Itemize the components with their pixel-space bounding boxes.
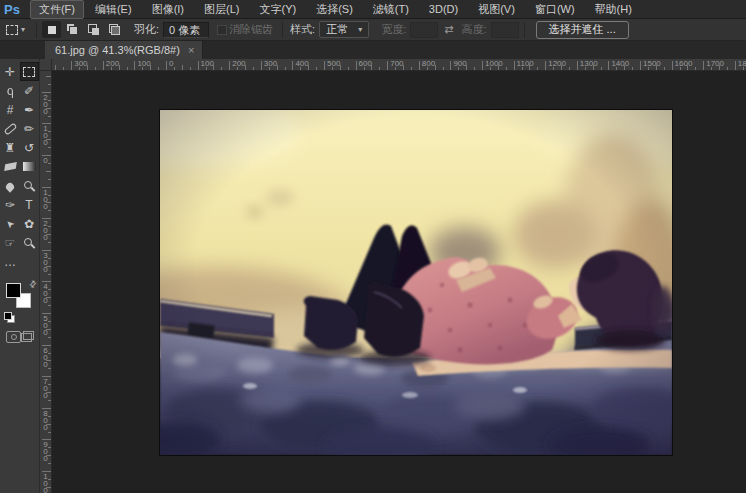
clone-stamp-tool-icon: ♜: [5, 142, 16, 154]
tab-bar: 61.jpg @ 41.3%(RGB/8#) ×: [0, 41, 746, 59]
swap-colors-icon[interactable]: ⇄: [27, 278, 39, 290]
quick-mask-icon: [11, 334, 17, 340]
hand-tool[interactable]: ☞: [1, 233, 20, 252]
menu-image[interactable]: 图像(I): [143, 0, 193, 19]
height-input[interactable]: [491, 22, 519, 38]
style-select[interactable]: 正常 ▾: [319, 21, 369, 38]
menu-view[interactable]: 视图(V): [469, 0, 524, 19]
move-tool[interactable]: ✛: [1, 62, 20, 81]
add-selection-icon: [67, 24, 78, 35]
tool-preset-picker[interactable]: ▾: [0, 25, 31, 35]
menu-layer[interactable]: 图层(L): [195, 0, 248, 19]
chevron-down-icon: ▾: [21, 25, 25, 34]
height-label: 高度:: [461, 22, 486, 37]
brush-tool-icon: ✏: [24, 123, 34, 135]
select-and-mask-button[interactable]: 选择并遮住 ...: [536, 21, 629, 39]
ruler-origin-corner[interactable]: [40, 59, 52, 71]
intersect-selection-icon: [109, 24, 120, 35]
divider: [524, 22, 525, 38]
eraser-tool[interactable]: [1, 157, 20, 176]
history-brush-tool-icon: ↺: [24, 142, 34, 154]
type-tool-icon: T: [25, 199, 32, 211]
divider: [36, 22, 37, 38]
lasso-tool[interactable]: ρ: [1, 81, 20, 100]
style-value: 正常: [326, 22, 348, 37]
width-label: 宽度:: [381, 22, 406, 37]
lasso-tool-icon: ρ: [7, 85, 14, 97]
gradient-tool-icon: [23, 162, 36, 171]
rectangular-marquee-tool[interactable]: [20, 62, 39, 81]
eraser-tool-icon: [4, 162, 17, 171]
width-input[interactable]: [410, 22, 438, 38]
intersect-selection-button[interactable]: [105, 21, 124, 38]
menu-file[interactable]: 文件(F): [30, 0, 84, 19]
custom-shape-tool-icon: ✿: [24, 218, 34, 230]
crop-tool[interactable]: #: [1, 100, 20, 119]
add-to-selection-button[interactable]: [63, 21, 82, 38]
pen-tool-icon: ✑: [5, 199, 15, 211]
menu-help[interactable]: 帮助(H): [586, 0, 641, 19]
rectangular-marquee-tool-icon: [23, 67, 35, 77]
clone-stamp-tool[interactable]: ♜: [1, 138, 20, 157]
feather-input[interactable]: 0 像素: [163, 22, 209, 38]
antialias-label: 消除锯齿: [229, 22, 273, 37]
document-image[interactable]: [160, 110, 672, 455]
gradient-tool[interactable]: [20, 157, 39, 176]
vertical-ruler[interactable]: 2 0 01 0 001 0 02 0 03 0 04 0 05 0 06 0 …: [40, 71, 52, 493]
quick-mask-button[interactable]: [6, 331, 21, 343]
crop-tool-icon: #: [7, 104, 14, 116]
zoom-tool-icon: [24, 238, 32, 246]
canvas-area[interactable]: [52, 71, 746, 493]
document-tab[interactable]: 61.jpg @ 41.3%(RGB/8#) ×: [45, 41, 203, 59]
menu-filter[interactable]: 滤镜(T): [364, 0, 418, 19]
type-tool[interactable]: T: [20, 195, 39, 214]
new-selection-icon: [48, 26, 56, 34]
foreground-color-swatch[interactable]: [6, 283, 21, 298]
swap-dimensions-icon[interactable]: ⇄: [444, 23, 453, 36]
subtract-from-selection-button[interactable]: [84, 21, 103, 38]
new-selection-button[interactable]: [42, 21, 61, 38]
edit-toolbar[interactable]: …: [1, 252, 20, 271]
hand-tool-icon: ☞: [5, 237, 16, 249]
chevron-down-icon: ▾: [358, 25, 362, 34]
blur-tool-icon: [4, 181, 15, 192]
color-swatches: ⇄: [0, 281, 40, 319]
brush-tool[interactable]: ✏: [20, 119, 39, 138]
close-icon[interactable]: ×: [188, 44, 194, 56]
spot-healing-brush-tool-icon: [3, 122, 17, 135]
dodge-tool[interactable]: [20, 176, 39, 195]
menu-3d[interactable]: 3D(D): [420, 1, 467, 17]
blur-tool[interactable]: [1, 176, 20, 195]
horizontal-ruler[interactable]: 3002001000100200300400500600700800900100…: [52, 59, 746, 71]
path-selection-tool-icon: ➤: [3, 216, 17, 230]
photoshop-logo: Ps: [0, 2, 28, 17]
options-bar: ▾ 羽化: 0 像素 消除锯齿 样式: 正常 ▾ 宽度: ⇄ 高度: 选择并遮住…: [0, 19, 746, 41]
menu-window[interactable]: 窗口(W): [526, 0, 584, 19]
subtract-selection-icon: [88, 24, 99, 35]
custom-shape-tool[interactable]: ✿: [20, 214, 39, 233]
menu-bar: Ps 文件(F) 编辑(E) 图像(I) 图层(L) 文字(Y) 选择(S) 滤…: [0, 0, 746, 19]
eyedropper-tool-icon: ✒: [24, 104, 34, 116]
document-tab-title: 61.jpg @ 41.3%(RGB/8#): [55, 44, 180, 56]
screen-mode-button[interactable]: [21, 331, 34, 342]
menu-edit[interactable]: 编辑(E): [86, 0, 141, 19]
quick-selection-tool-icon: ✐: [24, 85, 34, 97]
menu-type[interactable]: 文字(Y): [250, 0, 305, 19]
dodge-tool-icon: [24, 181, 32, 189]
eyedropper-tool[interactable]: ✒: [20, 100, 39, 119]
workspace: 3002001000100200300400500600700800900100…: [40, 59, 746, 493]
path-selection-tool[interactable]: ➤: [1, 214, 20, 233]
antialias-checkbox[interactable]: [217, 25, 227, 35]
tool-bar: ✛ρ✐#✒✏♜↺✑T➤✿☞… ⇄: [0, 59, 40, 493]
quick-selection-tool[interactable]: ✐: [20, 81, 39, 100]
menu-select[interactable]: 选择(S): [307, 0, 362, 19]
default-colors-icon[interactable]: [4, 312, 14, 322]
zoom-tool[interactable]: [20, 233, 39, 252]
spot-healing-brush-tool[interactable]: [1, 119, 20, 138]
style-label: 样式:: [290, 22, 315, 37]
feather-label: 羽化:: [134, 22, 159, 37]
history-brush-tool[interactable]: ↺: [20, 138, 39, 157]
rectangular-marquee-icon: [6, 25, 18, 35]
edit-toolbar-icon: …: [4, 256, 16, 268]
pen-tool[interactable]: ✑: [1, 195, 20, 214]
